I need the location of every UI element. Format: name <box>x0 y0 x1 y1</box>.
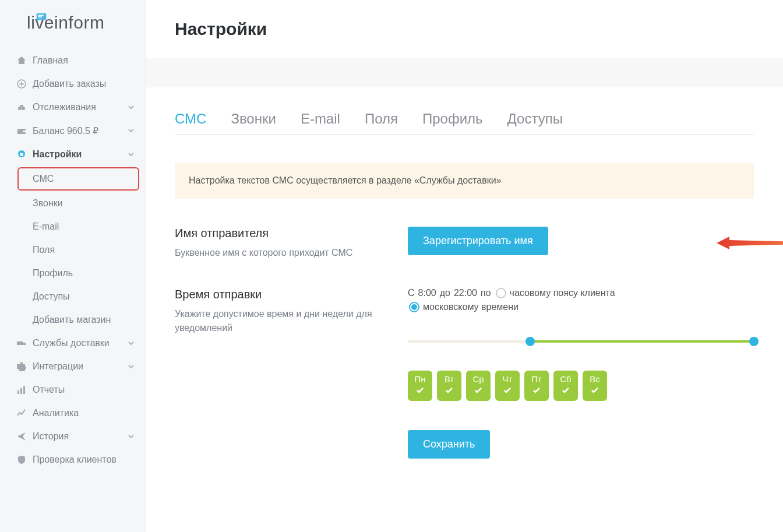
sidebar-sub-sms[interactable]: СМС <box>17 167 139 191</box>
bars-icon <box>15 385 28 394</box>
svg-rect-8 <box>17 341 23 345</box>
chat-icon <box>35 8 48 28</box>
radio-dot-icon <box>496 288 506 298</box>
check-icon <box>524 386 549 396</box>
section-sender: Имя отправителя Буквенное имя с которого… <box>175 227 754 260</box>
chevron-down-icon <box>128 432 135 442</box>
sidebar-sub-add-shop[interactable]: Добавить магазин <box>0 308 145 332</box>
sidebar-item-deliveries[interactable]: Службы доставки <box>0 332 145 355</box>
sidebar-sub-label: Доступы <box>33 291 70 301</box>
truck-icon <box>15 339 28 348</box>
chevron-down-icon <box>128 103 135 112</box>
sidebar-item-settings[interactable]: Настройки <box>0 143 145 166</box>
sidebar-sub-label: E-mail <box>33 221 59 231</box>
sidebar-item-history[interactable]: История <box>0 425 145 448</box>
tab-profile[interactable]: Профиль <box>422 111 483 127</box>
sidebar-item-label: Настройки <box>33 149 128 160</box>
sidebar-sub-email[interactable]: E-mail <box>0 215 145 238</box>
chevron-down-icon <box>128 362 135 372</box>
sidebar-item-label: Интеграции <box>33 361 128 372</box>
tabs: СМС Звонки E-mail Поля Профиль Доступы <box>175 111 754 135</box>
time-title: Время отправки <box>175 288 390 301</box>
binoculars-icon <box>15 103 28 112</box>
brand-inform: inform <box>54 13 104 32</box>
sidebar-item-balance[interactable]: Баланс 960.5 ₽ <box>0 119 145 143</box>
notice-banner: Настройка текстов СМС осуществляется в р… <box>175 163 754 199</box>
time-radio-line: московскому времени <box>408 302 754 312</box>
sidebar: liveinform Главная Добавить заказы Отсле… <box>0 0 146 532</box>
svg-rect-7 <box>23 131 26 132</box>
sidebar-item-label: Главная <box>33 55 135 66</box>
chevron-down-icon <box>128 150 135 160</box>
svg-point-3 <box>18 107 22 110</box>
sidebar-item-label: Отчеты <box>33 385 135 395</box>
sidebar-item-analytics[interactable]: Аналитика <box>0 401 145 425</box>
slider-handle-end[interactable] <box>749 337 759 346</box>
day-wed[interactable]: Ср <box>466 371 491 401</box>
day-tue[interactable]: Вт <box>437 371 461 401</box>
svg-point-9 <box>19 345 20 347</box>
main: Настройки СМС Звонки E-mail Поля Профиль… <box>146 0 783 532</box>
svg-point-4 <box>22 107 25 110</box>
tab-email[interactable]: E-mail <box>301 111 340 127</box>
sidebar-item-reports[interactable]: Отчеты <box>0 378 145 401</box>
sender-desc: Буквенное имя с которого приходит СМС <box>175 246 390 260</box>
day-mon[interactable]: Пн <box>408 371 432 401</box>
sidebar-item-add-orders[interactable]: Добавить заказы <box>0 72 145 96</box>
tab-access[interactable]: Доступы <box>507 111 563 127</box>
sidebar-item-label: Проверка клиентов <box>33 455 135 465</box>
slider-handle-start[interactable] <box>525 337 535 346</box>
check-icon <box>466 386 491 396</box>
check-icon <box>495 386 520 396</box>
sidebar-item-label: История <box>33 431 128 442</box>
sidebar-sub-profile[interactable]: Профиль <box>0 262 145 285</box>
section-time: Время отправки Укажите допустимое время … <box>175 288 754 459</box>
time-by: по <box>481 288 491 298</box>
tab-sms[interactable]: СМС <box>175 111 206 127</box>
radio-client-tz[interactable]: часовому поясу клиента <box>496 288 615 298</box>
brand-logo[interactable]: liveinform <box>0 0 145 43</box>
time-sep: до <box>440 288 450 298</box>
nav: Главная Добавить заказы Отслеживания Бал… <box>0 43 145 471</box>
tab-calls[interactable]: Звонки <box>231 111 276 127</box>
day-fri[interactable]: Пт <box>524 371 549 401</box>
weekday-selector: Пн Вт Ср Чт Пт Сб Вс <box>408 371 754 401</box>
check-icon <box>437 386 461 396</box>
sidebar-item-home[interactable]: Главная <box>0 49 145 72</box>
sidebar-sub-label: Добавить магазин <box>33 315 111 325</box>
time-end: 22:00 <box>454 288 477 298</box>
check-icon <box>553 386 578 396</box>
sidebar-item-label: Аналитика <box>33 408 135 418</box>
tab-fields[interactable]: Поля <box>365 111 398 127</box>
radio-dot-icon <box>409 302 419 312</box>
radio-moscow-tz[interactable]: московскому времени <box>409 302 519 312</box>
time-start: 8:00 <box>418 288 436 298</box>
svg-marker-14 <box>717 237 783 249</box>
time-range-line: С 8:00 до 22:00 по часовому поясу клиент… <box>408 288 754 298</box>
day-sun[interactable]: Вс <box>583 371 607 401</box>
chevron-down-icon <box>128 126 135 136</box>
sidebar-item-integrations[interactable]: Интеграции <box>0 355 145 378</box>
radio-client-label: часовому поясу клиента <box>510 288 615 298</box>
day-thu[interactable]: Чт <box>495 371 520 401</box>
sidebar-sub-calls[interactable]: Звонки <box>0 192 145 215</box>
sidebar-sub-fields[interactable]: Поля <box>0 238 145 262</box>
gear-icon <box>15 150 28 159</box>
register-name-button[interactable]: Зарегистрировать имя <box>408 227 548 255</box>
svg-rect-1 <box>38 16 42 17</box>
day-sat[interactable]: Сб <box>553 371 578 401</box>
svg-rect-5 <box>20 105 23 107</box>
header: Настройки <box>146 0 783 58</box>
sidebar-item-label: Службы доставки <box>33 338 128 348</box>
time-slider[interactable] <box>408 338 754 345</box>
save-button[interactable]: Сохранить <box>408 430 490 459</box>
sidebar-sub-label: Звонки <box>33 198 63 208</box>
puzzle-icon <box>15 362 28 371</box>
content: СМС Звонки E-mail Поля Профиль Доступы Н… <box>146 87 783 459</box>
sidebar-sub-access[interactable]: Доступы <box>0 285 145 308</box>
sidebar-item-client-check[interactable]: Проверка клиентов <box>0 448 145 471</box>
sidebar-sub-label: Профиль <box>33 268 73 278</box>
slider-range <box>529 340 754 343</box>
sidebar-item-tracking[interactable]: Отслеживания <box>0 96 145 119</box>
home-icon <box>15 56 28 65</box>
